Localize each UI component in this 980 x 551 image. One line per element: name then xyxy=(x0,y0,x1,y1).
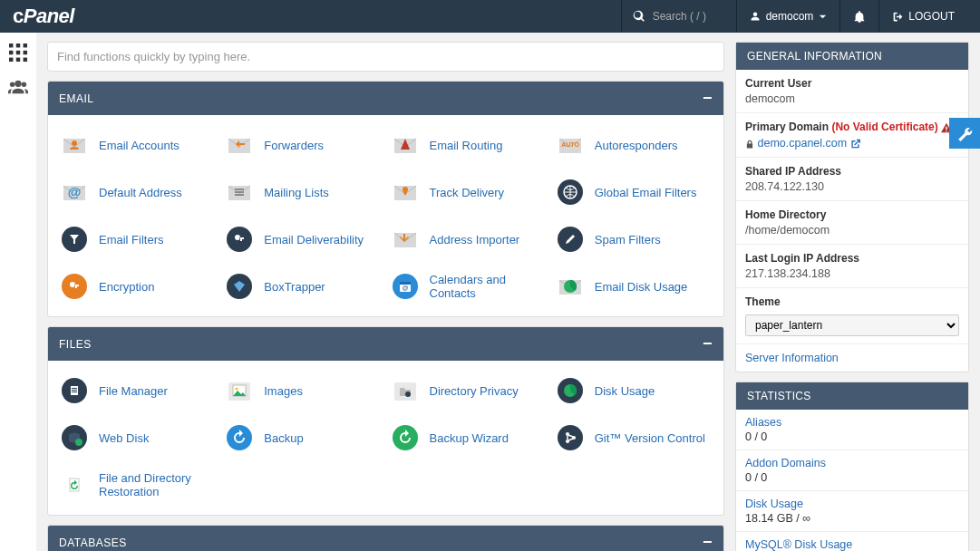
svg-rect-1 xyxy=(16,44,20,47)
pencil-navy-icon xyxy=(555,224,586,255)
section-files: FILES−File ManagerImagesDirectory Privac… xyxy=(47,326,724,516)
logout-icon xyxy=(892,11,904,23)
top-search-input[interactable] xyxy=(653,10,725,23)
stat-label[interactable]: MySQL® Disk Usage xyxy=(745,538,959,551)
top-search[interactable] xyxy=(621,0,736,33)
user-menu[interactable]: democom xyxy=(736,0,840,33)
bell-icon xyxy=(853,10,866,23)
section-title: DATABASES xyxy=(59,536,127,549)
user-icon xyxy=(750,11,761,22)
app-item-label: Email Filters xyxy=(99,233,164,246)
app-item-address-importer[interactable]: Address Importer xyxy=(386,218,551,260)
app-item-email-routing[interactable]: Email Routing xyxy=(386,124,551,166)
app-item-label: Backup xyxy=(264,431,303,445)
stat-value: 0 / 0 xyxy=(745,430,959,443)
section-email: EMAIL−Email AccountsForwardersEmail Rout… xyxy=(47,81,724,317)
app-item-email-accounts[interactable]: Email Accounts xyxy=(55,124,220,166)
info-home-dir: Home Directory /home/democom xyxy=(736,201,968,245)
stat-label[interactable]: Addon Domains xyxy=(745,457,959,469)
app-item-backup[interactable]: Backup xyxy=(220,417,385,459)
stat-value: 0 / 0 xyxy=(745,471,959,484)
section-header[interactable]: DATABASES− xyxy=(48,526,723,551)
app-item-label: Directory Privacy xyxy=(430,384,519,398)
section-header[interactable]: EMAIL− xyxy=(48,82,723,115)
app-item-label: Address Importer xyxy=(430,233,520,246)
app-item-label: Spam Filters xyxy=(595,233,661,246)
app-item-directory-privacy[interactable]: Directory Privacy xyxy=(386,370,551,411)
app-item-mailing-lists[interactable]: Mailing Lists xyxy=(220,171,385,213)
list-gray-icon xyxy=(224,177,255,208)
globe-navy-icon xyxy=(555,177,586,208)
main-search-input[interactable] xyxy=(57,50,714,63)
app-item-email-disk-usage[interactable]: Email Disk Usage xyxy=(551,266,716,307)
collapse-icon[interactable]: − xyxy=(703,89,713,108)
app-item-boxtrapper[interactable]: BoxTrapper xyxy=(220,266,385,307)
key-navy-icon xyxy=(224,224,255,255)
theme-select[interactable]: paper_lantern xyxy=(745,314,959,336)
svg-rect-7 xyxy=(16,58,20,62)
section-header[interactable]: FILES− xyxy=(48,327,723,361)
git-navy-icon xyxy=(555,422,586,453)
app-item-autoresponders[interactable]: AUTOAutoresponders xyxy=(551,124,716,166)
section-title: EMAIL xyxy=(59,92,94,105)
svg-point-28 xyxy=(405,392,411,397)
app-item-disk-usage[interactable]: Disk Usage xyxy=(551,370,716,411)
app-item-encryption[interactable]: Encryption xyxy=(55,266,220,307)
app-item-track-delivery[interactable]: Track Delivery xyxy=(386,171,551,213)
app-item-file-and-directory-restoration[interactable]: File and Directory Restoration xyxy=(55,464,220,506)
app-item-default-address[interactable]: @Default Address xyxy=(55,171,220,213)
general-info-title: GENERAL INFORMATION xyxy=(736,43,968,70)
auto-orange-icon: AUTO xyxy=(555,130,586,160)
stat-label[interactable]: Aliases xyxy=(745,416,959,429)
svg-point-34 xyxy=(227,425,252,450)
cpanel-logo[interactable]: cPanel xyxy=(13,5,74,28)
funnel-navy-icon xyxy=(59,224,90,255)
app-item-email-filters[interactable]: Email Filters xyxy=(55,218,220,260)
app-item-label: Forwarders xyxy=(264,139,324,152)
rail-users-icon[interactable] xyxy=(7,76,29,98)
app-item-images[interactable]: Images xyxy=(220,370,385,411)
app-item-global-email-filters[interactable]: Global Email Filters xyxy=(551,171,716,213)
stat-label[interactable]: Disk Usage xyxy=(745,498,959,510)
stat-row: Addon Domains0 / 0 xyxy=(736,450,968,491)
svg-point-35 xyxy=(393,425,418,450)
domain-link[interactable]: demo.cpanel.com xyxy=(757,137,847,150)
app-item-calendars-and-contacts[interactable]: @Calendars and Contacts xyxy=(386,266,551,307)
rail-grid-icon[interactable] xyxy=(7,42,29,63)
logout-button[interactable]: LOGOUT xyxy=(878,0,967,33)
person-orange-icon xyxy=(59,130,90,160)
svg-text:@: @ xyxy=(402,285,408,291)
left-rail xyxy=(0,33,36,551)
main-search[interactable] xyxy=(47,42,724,72)
collapse-icon[interactable]: − xyxy=(703,334,713,353)
svg-rect-2 xyxy=(24,44,27,47)
backup-green-icon xyxy=(390,422,421,453)
app-item-git-version-control[interactable]: Git™ Version Control xyxy=(551,417,716,459)
app-item-label: Web Disk xyxy=(99,431,149,445)
svg-rect-6 xyxy=(9,58,13,62)
key-orange-icon xyxy=(59,271,90,302)
collapse-icon[interactable]: − xyxy=(703,533,713,551)
app-item-label: BoxTrapper xyxy=(264,280,325,294)
app-item-backup-wizard[interactable]: Backup Wizard xyxy=(386,417,551,459)
app-item-web-disk[interactable]: Web Disk xyxy=(55,417,220,459)
server-info-link[interactable]: Server Information xyxy=(736,344,968,372)
app-item-label: Calendars and Contacts xyxy=(430,273,548,300)
app-item-label: Encryption xyxy=(99,280,154,294)
app-item-spam-filters[interactable]: Spam Filters xyxy=(551,218,716,260)
import-orange-icon xyxy=(390,224,421,255)
user-name: democom xyxy=(766,10,814,23)
info-shared-ip: Shared IP Address 208.74.122.130 xyxy=(736,158,968,201)
wrench-tab[interactable] xyxy=(949,118,980,149)
arrow-orange-icon xyxy=(224,130,255,160)
search-icon xyxy=(633,10,645,23)
app-item-forwarders[interactable]: Forwarders xyxy=(220,124,385,166)
notifications[interactable] xyxy=(839,0,878,33)
statistics-panel: STATISTICS Aliases0 / 0Addon Domains0 / … xyxy=(735,382,969,551)
backup-blue-icon xyxy=(224,422,255,453)
at-blue-icon: @ xyxy=(59,177,90,208)
app-item-label: Mailing Lists xyxy=(264,186,329,199)
files-navy-icon xyxy=(59,375,90,406)
app-item-email-deliverability[interactable]: Email Deliverability xyxy=(220,218,385,260)
app-item-file-manager[interactable]: File Manager xyxy=(55,370,220,411)
